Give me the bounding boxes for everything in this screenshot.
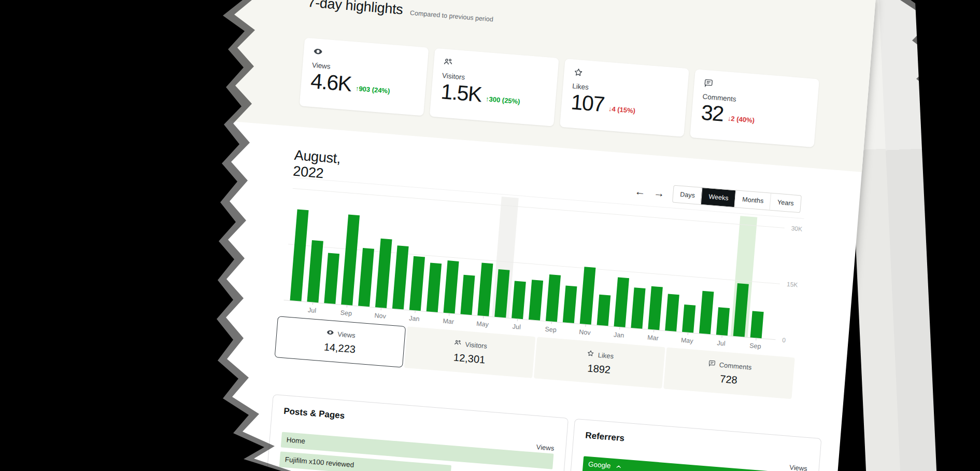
chart-bar[interactable] [682,304,695,333]
chart-bar[interactable] [358,248,374,307]
posts-rows: HomeFujifilm x100 reviewed4.3KLand of fi… [278,432,554,471]
referrer-rows: Google6.2K [581,456,807,471]
interval-tab-years[interactable]: Years [770,193,801,213]
highlight-trend: ↑300 (25%) [486,95,520,105]
row-label: Fujifilm x100 reviewed [285,452,355,471]
chart-bar[interactable] [614,278,629,327]
x-axis-tick-label: Sep [545,326,557,334]
x-axis-tick-label: Jul [717,339,726,347]
chart-bar[interactable] [341,214,360,305]
chevron-up-icon[interactable] [615,463,622,470]
interval-tab-days[interactable]: Days [673,186,702,204]
x-axis-tick-label: Jul [308,307,317,314]
eye-icon [326,328,334,338]
highlight-value: 32 [700,102,724,126]
chart-bar[interactable] [631,287,645,329]
chart-bar[interactable] [375,238,392,308]
list-item[interactable]: Google6.2K [583,456,807,471]
summary-tab-label: Views [337,330,356,339]
x-axis-tick-label: Mar [443,317,455,326]
referrers-title: Referrers [585,431,809,459]
chart-bar[interactable] [529,280,543,321]
chart-bar[interactable] [409,256,425,311]
x-axis-tick-label: Nov [374,312,386,320]
chart-bar[interactable] [477,262,493,316]
x-axis-tick-label: Jan [409,315,420,323]
chart-bar[interactable] [290,209,309,301]
y-axis-tick-label: 15K [787,281,798,289]
highlight-card-likes: Likes107↓4 (15%) [560,59,689,137]
chart-bar[interactable] [307,240,323,302]
y-axis-tick-label: 0 [782,336,786,343]
row-label: Google [588,456,623,471]
chart-bar[interactable] [563,286,577,323]
chart-bar[interactable] [699,291,714,335]
row-label: Home [286,432,306,449]
referrers-views-column-header: Views [789,463,808,471]
chart-bar[interactable] [580,267,596,325]
highlight-trend: ↓4 (15%) [608,105,635,115]
x-axis-tick-label: May [476,320,489,328]
chart-bar[interactable] [392,245,409,310]
summary-tab-label: Likes [598,351,614,359]
highlight-card-visitors: Visitors1.5K↑300 (25%) [430,48,559,127]
x-axis-tick-label: Nov [579,328,591,337]
stage: 7-day highlights Compared to previous pe… [0,0,980,471]
highlight-value: 107 [570,91,605,116]
x-axis-tick-label: Jan [614,331,624,339]
summary-tab-label: Comments [719,361,752,371]
chart-bar[interactable] [597,295,611,326]
people-icon [453,339,462,349]
highlight-card-views: Views4.6K↑903 (24%) [300,38,429,116]
interval-tab-weeks[interactable]: Weeks [701,188,735,207]
posts-views-column-header: Views [536,443,555,452]
summary-tab-value: 1892 [587,362,611,376]
interval-tab-months[interactable]: Months [734,190,771,210]
chart-bar[interactable] [460,275,475,315]
highlight-trend: ↑903 (24%) [355,85,390,95]
highlight-trend: ↓2 (40%) [727,115,755,124]
x-axis-tick-label: Sep [340,309,352,317]
chart-bar[interactable] [512,281,526,320]
x-axis-tick-label: Mar [647,334,659,342]
y-axis-tick-label: 30K [791,225,802,233]
chart-bar[interactable] [427,263,442,312]
x-axis-tick-label: Sep [749,342,761,350]
x-axis-tick-label: Jul [512,323,521,331]
next-period-arrow-icon[interactable]: → [654,187,665,199]
highlight-value: 1.5K [440,80,482,106]
chart-bar[interactable] [444,260,459,313]
summary-tab-label: Visitors [465,340,487,350]
highlight-card-comments: Comments32↓2 (40%) [690,69,819,147]
chart-bar[interactable] [324,253,339,304]
summary-tab-value: 14,223 [323,341,356,356]
summary-tab-value: 728 [719,373,737,386]
chart-bar[interactable] [716,308,730,336]
chart-bar[interactable] [546,274,561,322]
chart-bar[interactable] [665,294,679,331]
chart-bar[interactable] [648,286,663,330]
star-icon [586,349,594,359]
previous-period-arrow-icon[interactable]: ← [634,185,646,197]
x-axis-tick-label: May [680,337,693,345]
highlight-value: 4.6K [310,70,352,95]
chart-bar[interactable] [750,311,764,338]
summary-tab-value: 12,301 [453,352,486,366]
comment-icon [707,359,716,369]
